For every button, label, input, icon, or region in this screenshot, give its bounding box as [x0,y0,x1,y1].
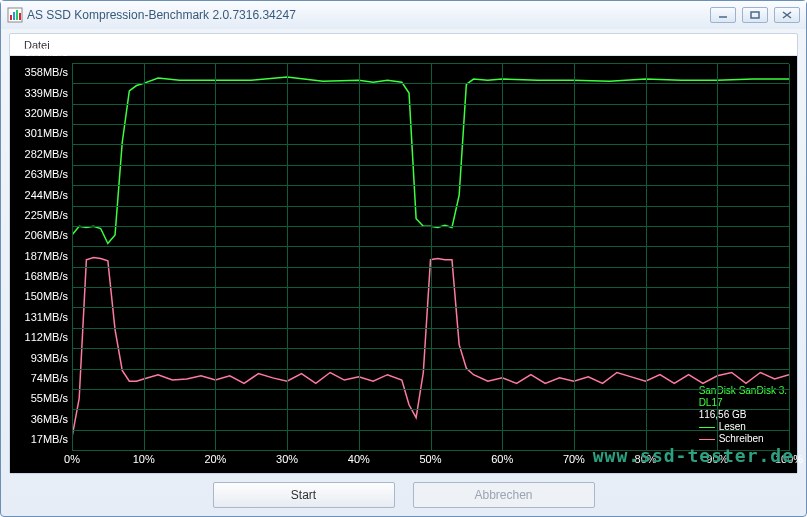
chart-area: 17MB/s36MB/s55MB/s74MB/s93MB/s112MB/s131… [10,56,797,473]
y-tick-label: 339MB/s [25,87,68,99]
app-icon [7,7,23,23]
x-tick-label: 70% [563,453,585,465]
y-tick-label: 225MB/s [25,209,68,221]
y-tick-label: 93MB/s [31,352,68,364]
y-tick-label: 282MB/s [25,148,68,160]
svg-rect-2 [13,12,15,20]
minimize-button[interactable] [710,7,736,23]
y-tick-label: 55MB/s [31,392,68,404]
svg-rect-5 [751,12,759,18]
legend-capacity: 116,56 GB [699,409,787,421]
y-tick-label: 377MB/s [25,46,68,58]
watermark: www.ssd-tester.de [593,445,794,466]
legend-firmware: DL17 [699,397,787,409]
y-tick-label: 36MB/s [31,413,68,425]
svg-rect-1 [10,15,12,20]
x-tick-label: 60% [491,453,513,465]
client-area: Datei 17MB/s36MB/s55MB/s74MB/s93MB/s112M… [9,33,798,474]
y-tick-label: 168MB/s [25,270,68,282]
y-tick-label: 112MB/s [25,331,68,343]
y-tick-label: 206MB/s [25,229,68,241]
svg-rect-3 [16,10,18,20]
y-tick-label: 131MB/s [25,311,68,323]
titlebar: AS SSD Kompression-Benchmark 2.0.7316.34… [1,1,806,29]
y-tick-label: 263MB/s [25,168,68,180]
svg-rect-4 [19,13,21,20]
legend-read: Lesen [699,421,787,433]
window-title: AS SSD Kompression-Benchmark 2.0.7316.34… [27,8,710,22]
x-tick-label: 10% [133,453,155,465]
app-window: AS SSD Kompression-Benchmark 2.0.7316.34… [0,0,807,517]
cancel-button: Abbrechen [413,482,595,508]
legend-read-line [699,427,715,428]
legend-write: Schreiben [699,433,787,445]
y-tick-label: 74MB/s [31,372,68,384]
legend-write-line [699,439,715,440]
x-tick-label: 30% [276,453,298,465]
y-axis-labels: 17MB/s36MB/s55MB/s74MB/s93MB/s112MB/s131… [10,64,70,451]
y-tick-label: 150MB/s [25,290,68,302]
plot-area: SanDisk SanDisk 3. DL17 116,56 GB Lesen … [72,64,789,451]
y-tick-label: 320MB/s [25,107,68,119]
x-tick-label: 0% [64,453,80,465]
y-tick-label: 244MB/s [25,189,68,201]
y-tick-label: 17MB/s [31,433,68,445]
x-tick-label: 40% [348,453,370,465]
maximize-button[interactable] [742,7,768,23]
x-tick-label: 50% [419,453,441,465]
close-button[interactable] [774,7,800,23]
menu-bar: Datei [10,34,797,56]
start-button[interactable]: Start [213,482,395,508]
x-tick-label: 20% [204,453,226,465]
y-tick-label: 358MB/s [25,66,68,78]
legend-write-label: Schreiben [719,433,764,445]
y-tick-label: 301MB/s [25,127,68,139]
button-row: Start Abbrechen [1,482,806,508]
legend: SanDisk SanDisk 3. DL17 116,56 GB Lesen … [699,385,787,445]
legend-read-label: Lesen [719,421,746,433]
y-tick-label: 187MB/s [25,250,68,262]
legend-device: SanDisk SanDisk 3. [699,385,787,397]
window-controls [710,7,800,23]
